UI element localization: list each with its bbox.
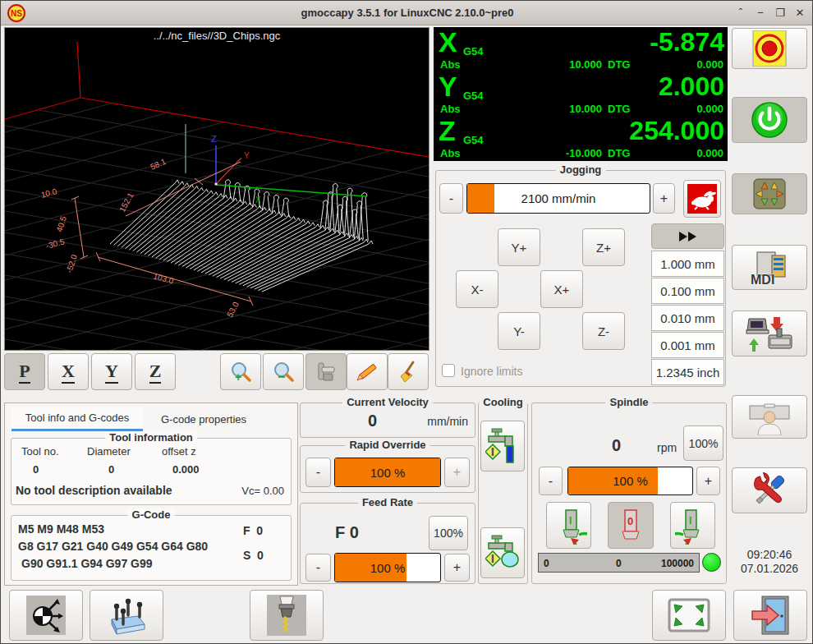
jog-increment-continuous-button[interactable] [651,223,724,249]
jog-x-minus-button[interactable]: X- [456,270,498,308]
touch-plate-button[interactable] [90,590,163,641]
turtle-rabbit-toggle-button[interactable] [683,180,721,218]
edit-gcode-button[interactable] [347,353,388,390]
tab-gcode-properties[interactable]: G-code properties [148,407,260,431]
gremlin-preview[interactable]: Z Y X 10.040.5-30.5-52.0103.053.058.1152… [4,27,429,351]
estop-button[interactable] [732,28,807,69]
jog-speed-minus-button[interactable]: - [439,183,463,214]
dro-z-value: 254.000 [629,116,724,145]
spindle-stop-button[interactable]: 0 [608,502,654,549]
view-x-button[interactable]: X [48,353,89,390]
touch-off-button[interactable] [9,590,83,641]
measure-tool-icon [314,360,338,384]
mist-coolant-button[interactable] [480,421,525,472]
mdi-label: MDI [751,273,774,287]
jog-increment-1mm[interactable]: 1.000 mm [651,251,724,277]
jog-speed-plus-button[interactable]: + [653,183,675,214]
col-diameter: Diameter [87,445,131,458]
view-y-button[interactable]: Y [91,353,132,390]
tool-description: No tool description available [16,484,172,497]
dro-y-dtg-label: DTG [608,103,630,115]
jog-increment-inch[interactable]: 1.2345 inch [651,359,724,385]
fast-forward-icon [678,231,698,242]
dro-x-abs-label: Abs [440,58,461,71]
x-axis-label: X [255,196,261,205]
tool-change-button[interactable] [250,590,324,641]
dro-row-z[interactable]: Z G54 254.000 Abs -10.000 DTG 0.000 [434,116,728,160]
s-word: S 0 [243,549,264,562]
fullscreen-icon [668,598,710,632]
mode-manual-button[interactable] [732,173,807,214]
ignore-limits-checkbox[interactable] [442,364,455,377]
exit-button[interactable] [733,590,807,641]
jog-increment-01mm[interactable]: 0.100 mm [651,278,724,304]
info-notebook: Tool info and G-codes G-code properties … [4,402,298,586]
clock-time: 09:20:46 [732,548,807,562]
feed-value: F 0 [335,523,359,542]
view-perspective-button[interactable]: P [4,353,45,390]
flood-coolant-button[interactable] [480,527,525,578]
jog-y-plus-button[interactable]: Y+ [498,228,540,266]
jog-z-minus-button[interactable]: Z- [582,312,625,350]
dro-y-system: G54 [463,90,484,102]
dro-row-y[interactable]: Y G54 2.000 Abs 10.000 DTG 0.000 [434,71,728,116]
ignore-limits-label: Ignore limits [461,365,522,378]
dro-row-x[interactable]: X G54 -5.874 Abs 10.000 DTG 0.000 [434,27,728,71]
feed-reset-button[interactable]: 100% [429,516,468,550]
jog-z-plus-button[interactable]: Z+ [582,228,625,266]
settings-button[interactable] [732,467,807,513]
preview-axes: Z Y X [186,124,366,205]
spindle-reset-button[interactable]: 100% [683,426,723,461]
current-velocity-frame: Current Velocity 0 mm/min [300,402,475,438]
spindle-plus-button[interactable]: + [696,467,720,495]
jog-y-minus-button[interactable]: Y- [498,312,540,350]
view-z-letter: Z [149,361,162,384]
val-diameter: 0 [108,463,114,476]
zoom-out-icon: − [271,360,296,384]
spindle-minus-button[interactable]: - [539,467,563,495]
mode-auto-button[interactable] [732,310,807,356]
rapid-override-slider[interactable]: 100 % [334,458,441,487]
rapid-minus-button[interactable]: - [305,458,331,487]
close-button[interactable]: ✕ [791,4,809,22]
active-m-codes: M5 M9 M48 M53 [18,522,104,536]
shade-button[interactable]: ˆ [732,4,750,22]
dro-panel[interactable]: X G54 -5.874 Abs 10.000 DTG 0.000 Y G54 … [434,27,728,161]
minimize-button[interactable]: − [751,4,769,22]
jog-x-plus-button[interactable]: X+ [540,270,583,308]
tool-information-frame: Tool information Tool no. Diameter offse… [11,438,292,505]
dim-label: -30.5 [45,237,66,251]
zoom-in-button[interactable]: + [220,353,261,390]
spindle-ccw-button[interactable]: I [546,502,591,549]
jog-increment-001mm[interactable]: 0.010 mm [651,305,724,331]
spindle-override-slider[interactable]: 100 % [567,467,693,495]
jog-increment-0001mm[interactable]: 0.001 mm [651,332,724,358]
clear-plot-button[interactable] [388,353,429,390]
jog-speed-slider[interactable]: 2100 mm/min [466,183,650,214]
spindle-cw-button[interactable]: I [670,502,715,549]
dro-z-dtg-value: 0.000 [696,147,723,159]
val-tool-no: 0 [33,463,39,476]
show-dimensions-button[interactable] [305,353,347,390]
mode-mdi-button[interactable]: MDI [732,245,807,290]
fullscreen-button[interactable] [652,590,726,641]
clock-date: 07.01.2026 [732,562,807,576]
user-tab-button[interactable] [732,395,807,439]
feed-override-slider[interactable]: 100 % [334,553,441,582]
tab-tool-info[interactable]: Tool info and G-codes [11,407,143,431]
spindle-label: Spindle [606,396,653,408]
rapid-plus-button[interactable]: + [444,458,470,487]
machine-on-button[interactable] [732,97,807,143]
zoom-out-button[interactable]: − [263,353,304,390]
view-z-button[interactable]: Z [135,353,176,390]
dro-z-dtg-label: DTG [608,147,630,159]
feed-minus-button[interactable]: - [305,554,331,582]
maximize-button[interactable]: ❒ [771,4,789,22]
gmoccapy-window: { "window": { "icon_text": "NS", "title"… [0,0,813,644]
spindle-range-max: 100000 [661,558,694,569]
feed-plus-button[interactable]: + [444,554,470,582]
z-axis-label: Z [211,134,217,144]
auto-run-icon [746,314,793,353]
cooling-label: Cooling [479,396,526,408]
feed-bar-value: 100 % [335,561,440,575]
